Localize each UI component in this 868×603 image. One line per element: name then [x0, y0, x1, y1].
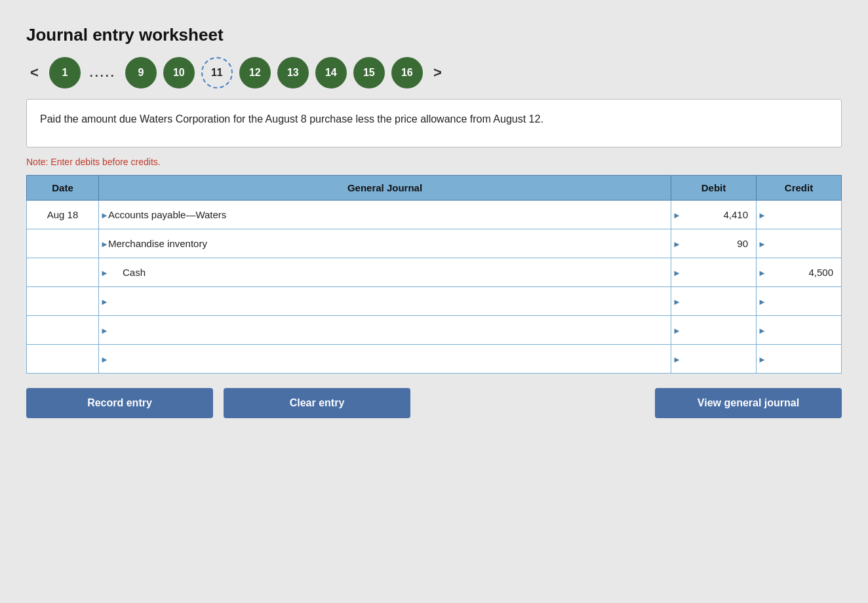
credit-arrow-3: ►	[758, 267, 766, 277]
view-general-journal-button[interactable]: View general journal	[655, 388, 842, 418]
header-date: Date	[27, 176, 99, 201]
debit-cell-3[interactable]: ►	[671, 258, 757, 287]
debit-arrow-4: ►	[673, 296, 681, 306]
credit-arrow-5: ►	[758, 325, 766, 335]
nav-dots: .....	[87, 66, 119, 80]
note-text: Note: Enter debits before credits.	[26, 157, 842, 167]
date-cell-3	[27, 258, 99, 287]
row-arrow-5: ►	[100, 325, 109, 335]
navigation-row: < 1 ..... 9 10 11 12 13 14 15 16 >	[26, 57, 842, 88]
debit-arrow-2: ►	[673, 239, 681, 248]
account-name-1: Accounts payable—Waters	[108, 209, 226, 220]
debit-arrow-3: ►	[673, 267, 681, 277]
nav-page-9[interactable]: 9	[125, 57, 157, 88]
credit-cell-5[interactable]: ►	[757, 316, 842, 345]
debit-arrow-1: ►	[673, 210, 681, 220]
debit-cell-6[interactable]: ►	[671, 345, 757, 374]
main-container: Journal entry worksheet < 1 ..... 9 10 1…	[13, 13, 855, 431]
debit-cell-2[interactable]: ► 90	[671, 229, 757, 258]
nav-page-11[interactable]: 11	[201, 57, 233, 88]
credit-cell-6[interactable]: ►	[757, 345, 842, 374]
table-row: Aug 18 ► Accounts payable—Waters ► 4,410…	[27, 201, 842, 229]
table-row: ► ► ►	[27, 287, 842, 316]
prev-arrow[interactable]: <	[26, 63, 43, 83]
page-title: Journal entry worksheet	[26, 25, 842, 45]
nav-page-16[interactable]: 16	[391, 57, 423, 88]
description-box: Paid the amount due Waters Corporation f…	[26, 99, 842, 147]
table-row: ► ► ►	[27, 345, 842, 374]
account-name-2: Merchandise inventory	[108, 238, 207, 249]
credit-cell-2[interactable]: ►	[757, 229, 842, 258]
account-name-3: Cash	[108, 267, 146, 278]
credit-cell-4[interactable]: ►	[757, 287, 842, 316]
row-arrow-4: ►	[100, 296, 109, 306]
button-row: Record entry Clear entry View general jo…	[26, 388, 842, 418]
nav-page-14[interactable]: 14	[315, 57, 347, 88]
credit-cell-1[interactable]: ►	[757, 201, 842, 229]
credit-arrow-1: ►	[758, 210, 766, 220]
account-cell-2[interactable]: ► Merchandise inventory	[99, 229, 671, 258]
nav-page-12[interactable]: 12	[239, 57, 271, 88]
account-cell-1[interactable]: ► Accounts payable—Waters	[99, 201, 671, 229]
date-cell-2	[27, 229, 99, 258]
clear-entry-button[interactable]: Clear entry	[224, 388, 410, 418]
debit-cell-1[interactable]: ► 4,410	[671, 201, 757, 229]
credit-arrow-6: ►	[758, 354, 766, 364]
account-cell-3[interactable]: ► Cash	[99, 258, 671, 287]
nav-page-15[interactable]: 15	[353, 57, 385, 88]
credit-arrow-2: ►	[758, 239, 766, 248]
header-credit: Credit	[757, 176, 842, 201]
debit-cell-4[interactable]: ►	[671, 287, 757, 316]
account-cell-4[interactable]: ►	[99, 287, 671, 316]
header-debit: Debit	[671, 176, 757, 201]
table-row: ► Cash ► ► 4,500	[27, 258, 842, 287]
date-cell-6	[27, 345, 99, 374]
nav-page-13[interactable]: 13	[277, 57, 309, 88]
date-cell-1: Aug 18	[27, 201, 99, 229]
row-arrow-2: ►	[100, 239, 109, 248]
date-cell-5	[27, 316, 99, 345]
table-header-row: Date General Journal Debit Credit	[27, 176, 842, 201]
account-cell-6[interactable]: ►	[99, 345, 671, 374]
next-arrow[interactable]: >	[429, 63, 446, 83]
row-arrow-3: ►	[100, 267, 109, 277]
record-entry-button[interactable]: Record entry	[26, 388, 213, 418]
nav-page-1[interactable]: 1	[49, 57, 81, 88]
credit-cell-3[interactable]: ► 4,500	[757, 258, 842, 287]
debit-arrow-5: ►	[673, 325, 681, 335]
debit-arrow-6: ►	[673, 354, 681, 364]
nav-page-10[interactable]: 10	[163, 57, 195, 88]
row-arrow-6: ►	[100, 354, 109, 364]
date-cell-4	[27, 287, 99, 316]
table-row: ► ► ►	[27, 316, 842, 345]
description-text: Paid the amount due Waters Corporation f…	[40, 113, 543, 125]
table-row: ► Merchandise inventory ► 90 ►	[27, 229, 842, 258]
debit-cell-5[interactable]: ►	[671, 316, 757, 345]
credit-arrow-4: ►	[758, 296, 766, 306]
row-arrow-1: ►	[100, 210, 109, 220]
header-journal: General Journal	[99, 176, 671, 201]
account-cell-5[interactable]: ►	[99, 316, 671, 345]
journal-table: Date General Journal Debit Credit Aug 18…	[26, 175, 842, 374]
